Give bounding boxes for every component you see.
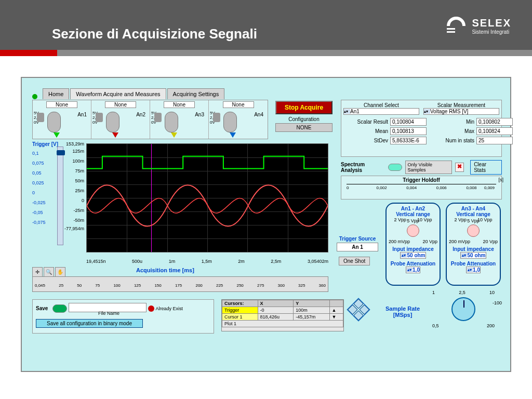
ch4-label: An4 [254, 112, 263, 117]
sample-rate-dial[interactable] [451, 297, 475, 321]
ch4-mode-select[interactable]: None [223, 101, 254, 108]
y-axis-right: 153,29m 125m 100m 75m 50m 25m 0 -25m -50… [59, 141, 84, 231]
scalar-measurement-label: Scalar Measurement [423, 102, 499, 108]
ch3-toggle[interactable] [154, 113, 162, 122]
numstats-value: 25 [476, 137, 513, 144]
ch2-mode-select[interactable]: None [105, 101, 136, 108]
vrange2-dial[interactable] [467, 224, 480, 237]
scalar-measurement-select[interactable]: ▴▾Voltage RMS [V] [423, 108, 499, 115]
plot-canvas[interactable] [86, 143, 328, 252]
holdoff-slider[interactable]: 0 0,002 0,004 0,006 0,008 0,009 [s] [347, 184, 496, 194]
ch3-mode-select[interactable]: None [164, 101, 195, 108]
channel-block-2: None 5V2,5V0V An2 [91, 100, 150, 139]
configuration-area: Configuration NONE [275, 116, 332, 132]
one-shot-button[interactable]: One Shot [339, 257, 370, 265]
brand-logo: SELEX Sistemi Integrati [446, 16, 511, 36]
ch1-toggle[interactable] [37, 113, 44, 122]
channel-panel: None 5V2,5V0V An1 None 5V2,5V0V An2 None… [32, 100, 268, 139]
tab-acq-settings[interactable]: Acquiring Settings [167, 88, 225, 99]
min-value: 0,100802 [476, 118, 513, 126]
spectrum-row: Spectrum Analysis Only Visible Samples ✖… [341, 160, 502, 175]
nav-diamond-icon[interactable] [347, 298, 370, 321]
zoom-tool-icon[interactable]: 🔍 [44, 267, 54, 277]
sample-rate-panel: Sample Rate [MSps] 1 2,5 10 0,5 200 -100 [385, 290, 502, 335]
save-label: Save [36, 305, 48, 311]
header-underbar [0, 50, 532, 62]
ch4-arrow-icon [230, 132, 236, 138]
spectrum-label: Spectrum Analysis [341, 162, 385, 173]
ch2-knob[interactable] [106, 112, 119, 132]
cursor-1-row[interactable]: Cursor 1 [222, 314, 258, 321]
time-ruler[interactable]: 0,04525 5075 100125 150175 200225 250275… [32, 276, 328, 292]
max-value: 0,100824 [476, 127, 513, 135]
svg-rect-0 [447, 28, 455, 30]
ch1-mode-select[interactable]: None [46, 101, 77, 108]
ch1-arrow-icon [54, 132, 60, 138]
vertical-range-row: An1 - An2 Vertical range 2 Vpp 5 Vpp 10 … [385, 203, 501, 286]
tab-waveform[interactable]: Waveform Acquire and Measures [70, 88, 166, 99]
vrange1-dial[interactable] [407, 224, 419, 237]
holdoff-title: Trigger Holdoff [341, 176, 501, 184]
channel-select[interactable]: ▴▾An1 [343, 108, 419, 115]
scalar-result-value: 0,100804 [390, 118, 427, 126]
ch3-label: An3 [195, 112, 204, 117]
ch3-arrow-icon [171, 132, 177, 138]
save-panel: Save Already Exist File Name Save all co… [32, 299, 214, 334]
channel-select-label: Channel Select [343, 102, 419, 108]
only-visible-toggle[interactable]: Only Visible Samples [405, 161, 452, 174]
clear-stats-button[interactable]: Clear Stats [470, 160, 502, 175]
brand-sub: Sistemi Integrati [472, 29, 511, 35]
acq-time-label: Acquisition time [ms] [136, 267, 194, 273]
ch1-label: An1 [77, 112, 87, 117]
close-icon[interactable]: ✖ [455, 163, 464, 172]
channel-block-3: None 5V2,5V0V An3 [150, 100, 209, 139]
imp1-input[interactable]: ▴▾50 ohm [400, 252, 425, 259]
save-config-button[interactable]: Save all configuration in binary mode [36, 319, 143, 328]
att1-input[interactable]: ▴▾1,0 [406, 267, 420, 273]
stdev-value: 5,86333E-6 [390, 137, 427, 144]
status-led [32, 94, 37, 99]
plot-toolbar: ✛ 🔍 ✋ [32, 267, 65, 277]
cursors-panel: Cursors:XY Trigger-0100m▲ Cursor 1818,42… [221, 299, 344, 331]
trigger-source: Trigger Source An 1 [337, 236, 378, 251]
configuration-label: Configuration [275, 116, 332, 122]
mean-value: 0,100813 [390, 127, 427, 135]
app-window: Home Waveform Acquire and Measures Acqui… [21, 77, 511, 372]
pan-tool-icon[interactable]: ✋ [55, 267, 65, 277]
already-exist-led [148, 305, 154, 312]
stats-panel: Channel Select ▴▾An1 Scalar Measurement … [341, 100, 502, 157]
configuration-value[interactable]: NONE [275, 123, 332, 132]
ch2-arrow-icon [112, 132, 118, 138]
channel-block-1: None 5V2,5V0V An1 [33, 100, 91, 139]
cursor-tool-icon[interactable]: ✛ [32, 267, 43, 277]
tab-bar: Home Waveform Acquire and Measures Acqui… [32, 88, 225, 99]
imp2-input[interactable]: ▴▾50 ohm [460, 252, 486, 259]
ch2-label: An2 [136, 112, 145, 117]
filename-label: File Name [98, 311, 210, 316]
stop-acquire-button[interactable]: Stop Acquire [275, 101, 332, 114]
ch4-knob[interactable] [223, 112, 237, 132]
tab-home[interactable]: Home [43, 88, 69, 99]
vrange-box-1: An1 - An2 Vertical range 2 Vpp 5 Vpp 10 … [385, 203, 441, 286]
x-axis: 19,4515n500u1m 1,5m2m2,5m 3,05402m [86, 259, 328, 264]
ch3-knob[interactable] [165, 112, 178, 132]
page-title: Sezione di Acquisizione Segnali [52, 26, 257, 42]
cursor-trigger-row[interactable]: Trigger [222, 307, 258, 314]
trigger-holdoff-panel: Trigger Holdoff 0 0,002 0,004 0,006 0,00… [341, 176, 502, 200]
trigger-source-select[interactable]: An 1 [337, 243, 378, 251]
ch1-knob[interactable] [47, 112, 61, 132]
spectrum-toggle[interactable] [388, 164, 402, 171]
svg-rect-1 [447, 31, 455, 33]
ch4-toggle[interactable] [213, 113, 220, 122]
ch2-toggle[interactable] [96, 113, 103, 122]
att2-input[interactable]: ▴▾1,0 [466, 267, 481, 273]
y-axis-left: 0,1 0,075 0,05 0,025 0 -0,025 -0,05 -0,0… [32, 141, 57, 225]
waveform-plot: Trigger [V] 0,1 0,075 0,05 0,025 0 -0,02… [32, 141, 335, 264]
save-button[interactable] [52, 304, 67, 313]
vrange-box-2: An3 - An4 Vertical range 2 Vpp 5 Vpp 10 … [446, 203, 501, 286]
brand-name: SELEX [472, 17, 511, 29]
channel-block-4: None 5V2,5V0V An4 [209, 100, 268, 139]
